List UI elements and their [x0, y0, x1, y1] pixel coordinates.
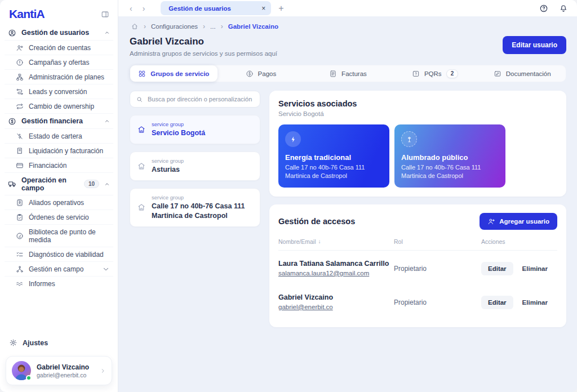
- gauge-icon: [16, 232, 24, 240]
- sidebar-item-aliados-operativos[interactable]: Aliados operativos: [5, 195, 113, 210]
- delete-member-button[interactable]: Eliminar: [522, 299, 548, 306]
- user-circle-icon: [8, 29, 16, 37]
- user-name: Gabriel Vizcaino: [37, 363, 89, 371]
- grid-icon: [138, 70, 146, 78]
- sidebar-item-ordenes-servicio[interactable]: Órdenes de servicio: [5, 210, 113, 225]
- waves-icon: [16, 280, 24, 288]
- sidebar-collapse-icon[interactable]: [101, 10, 109, 19]
- sidebar-item-ajustes[interactable]: Ajustes: [0, 334, 118, 351]
- chevron-up-icon[interactable]: [104, 118, 110, 124]
- user-profile-card[interactable]: Gabriel Vizcaino gabriel@enerbit.co: [6, 356, 112, 385]
- history-forward-button[interactable]: ›: [141, 5, 147, 12]
- pqrs-count-badge: 2: [446, 69, 459, 78]
- panel-title: Gestión de accesos: [278, 217, 355, 226]
- hierarchy-icon: [16, 73, 24, 81]
- breadcrumb-item-current: Gabriel Vizcaino: [228, 23, 278, 30]
- gear-icon: [9, 338, 17, 347]
- edit-member-button[interactable]: Editar: [481, 296, 513, 309]
- edit-user-button[interactable]: Editar usuario: [503, 36, 566, 54]
- access-table-header: Nombre/Email ↓ Rol Acciones: [278, 238, 557, 251]
- checklist-icon: [16, 251, 24, 259]
- sidebar-item-financiacion[interactable]: Financiación: [5, 158, 113, 173]
- edit-member-button[interactable]: Editar: [481, 262, 513, 275]
- delete-member-button[interactable]: Eliminar: [522, 265, 548, 272]
- history-back-button[interactable]: ‹: [128, 5, 134, 12]
- main-area: ‹ › Gestión de usuarios × + › Configurac…: [118, 0, 577, 392]
- breadcrumb-item-configuraciones[interactable]: Configuraciones: [151, 23, 198, 30]
- help-icon[interactable]: [539, 4, 548, 13]
- service-group-item-bogota[interactable]: service group Servicio Bogotá: [130, 115, 260, 144]
- service-card-alumbrado[interactable]: Alumbrado público Calle 17 no 40b-76 Cas…: [394, 124, 505, 188]
- member-email-link[interactable]: salamanca.laura12@gmail.com: [278, 270, 369, 277]
- tab-documentacion[interactable]: Documentación: [478, 65, 566, 82]
- search-input[interactable]: [148, 96, 254, 103]
- service-group-item-calle17[interactable]: service group Calle 17 no 40b-76 Casa 11…: [130, 188, 260, 227]
- column-rol: Rol: [394, 238, 481, 245]
- service-card-energia[interactable]: Energía tradicional Calle 17 no 40b-76 C…: [278, 124, 389, 188]
- close-tab-icon[interactable]: ×: [261, 5, 265, 12]
- chevron-right-icon: [100, 368, 106, 374]
- sidebar-item-leads-conversion[interactable]: Leads y conversión: [5, 84, 113, 99]
- sidebar-item-administracion-planes[interactable]: Administración de planes: [5, 70, 113, 84]
- service-group-item-asturias[interactable]: service group Asturias: [130, 152, 260, 181]
- streetlamp-icon: [401, 131, 417, 147]
- sidebar-section-gestion-financiera[interactable]: Gestión financiera: [5, 114, 113, 129]
- building-icon: [137, 125, 146, 134]
- tab-facturas[interactable]: Facturas: [304, 65, 392, 82]
- tab-grupos-de-servicio[interactable]: Grupos de servicio: [130, 65, 218, 82]
- sort-desc-icon[interactable]: ↓: [318, 238, 321, 244]
- avatar: [12, 361, 31, 380]
- page-title: Gabriel Vizcaino: [130, 36, 277, 47]
- chevron-down-icon[interactable]: [102, 265, 110, 273]
- user-plus-icon: [487, 217, 495, 225]
- section-tabs: Grupos de servicio Pagos Facturas PQRs 2: [130, 65, 566, 82]
- add-user-button[interactable]: Agregar usuario: [480, 213, 557, 230]
- sidebar-item-creacion-cuentas[interactable]: Creación de cuentas: [5, 41, 113, 55]
- home-icon[interactable]: [131, 23, 139, 30]
- user-email: gabriel@enerbit.co: [37, 372, 89, 378]
- sidebar-item-biblioteca-punto-medida[interactable]: Biblioteca de punto de medida: [5, 225, 113, 247]
- panel-title: Servicios asociados: [278, 99, 557, 108]
- page-subtitle: Administra grupos de servicios y sus per…: [130, 50, 277, 57]
- chevron-up-icon[interactable]: [104, 30, 110, 35]
- sidebar-section-operacion-campo[interactable]: Operación en campo 10: [5, 173, 113, 195]
- lightning-icon: [285, 131, 301, 147]
- sidebar-item-campanas-ofertas[interactable]: Campañas y ofertas: [5, 55, 113, 70]
- sidebar-item-estado-cartera[interactable]: Estado de cartera: [5, 129, 113, 144]
- new-tab-button[interactable]: +: [278, 4, 283, 13]
- search-box[interactable]: [130, 91, 260, 108]
- column-nombre-email[interactable]: Nombre/Email ↓: [278, 238, 394, 245]
- user-plus-icon: [16, 44, 24, 52]
- column-acciones: Acciones: [481, 238, 557, 245]
- bell-icon[interactable]: [559, 4, 568, 13]
- clipboard-check-icon: [16, 213, 24, 221]
- document-icon: [329, 70, 337, 78]
- panel-subtitle: Servicio Bogotá: [278, 110, 557, 117]
- access-table-row: Laura Tatiana Salamanca Carrillo salaman…: [278, 251, 557, 284]
- sidebar-section-gestion-usuarios[interactable]: Gestión de usuarios: [5, 25, 113, 41]
- building-icon: [137, 162, 146, 171]
- tab-pagos[interactable]: Pagos: [218, 65, 305, 82]
- chevron-up-icon[interactable]: [104, 181, 110, 187]
- network-icon: [16, 265, 24, 273]
- sidebar-item-diagnostico-viabilidad[interactable]: Diagnóstico de viabilidad: [5, 247, 113, 262]
- swap-icon: [16, 103, 24, 110]
- breadcrumb-item-ellipsis[interactable]: ...: [210, 23, 216, 30]
- alert-circle-icon: [16, 59, 24, 66]
- id-badge-icon: [16, 199, 24, 207]
- sidebar-nav: Gestión de usuarios Creación de cuentas …: [0, 25, 118, 334]
- member-email-link[interactable]: gabriel@enerbit.co: [278, 304, 333, 310]
- workspace-tab[interactable]: Gestión de usuarios ×: [161, 1, 271, 15]
- breadcrumb: › Configuraciones › ... › Gabriel Vizcai…: [130, 16, 566, 35]
- sidebar-item-informes[interactable]: Informes: [5, 277, 113, 291]
- page-content: › Configuraciones › ... › Gabriel Vizcai…: [118, 16, 577, 392]
- servicios-asociados-panel: Servicios asociados Servicio Bogotá Ener…: [269, 91, 566, 197]
- app-logo: KantiA: [9, 7, 45, 21]
- credit-card-icon: [16, 162, 24, 170]
- sidebar-item-gestion-en-campo[interactable]: Gestión en campo: [5, 262, 113, 277]
- sidebar-item-liquidacion-facturacion[interactable]: Liquidación y facturación: [5, 144, 113, 158]
- sidebar-item-cambio-ownership[interactable]: Cambio de ownership: [5, 99, 113, 114]
- note-edit-icon: [494, 70, 501, 78]
- tab-pqrs[interactable]: PQRs 2: [392, 65, 479, 82]
- route-icon: [16, 88, 24, 96]
